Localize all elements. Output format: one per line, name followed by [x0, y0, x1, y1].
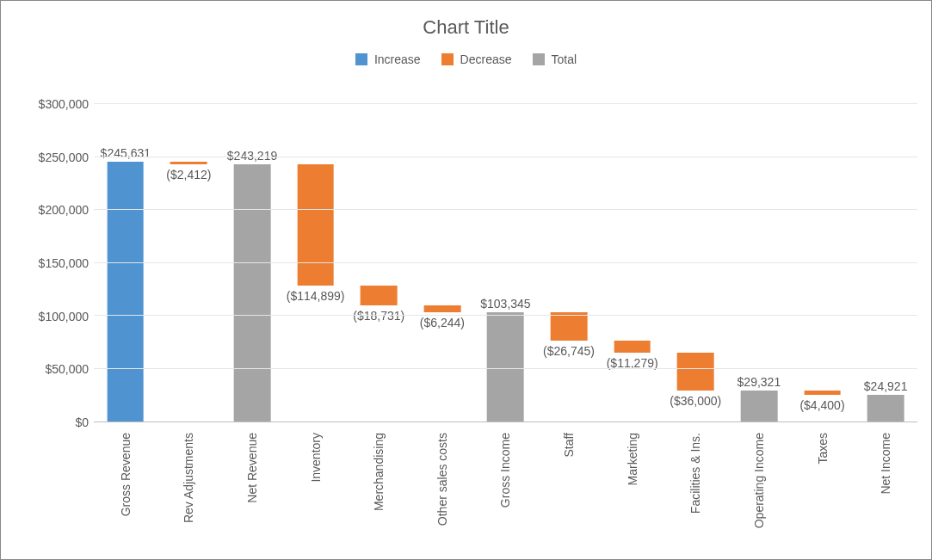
- legend-swatch-decrease: [441, 53, 454, 65]
- bar-total: [487, 312, 524, 422]
- y-tick-label: $250,000: [39, 151, 89, 164]
- y-tick-label: $100,000: [39, 310, 89, 323]
- x-tick-label: Staff: [562, 433, 576, 458]
- bar-slot: ($36,000): [664, 104, 727, 422]
- y-axis: $0$50,000$100,000$150,000$200,000$250,00…: [34, 104, 94, 422]
- x-tick-label: Rev Adjustments: [182, 433, 195, 523]
- legend-label-increase: Increase: [374, 52, 421, 66]
- x-tick-label: Gross Revenue: [119, 433, 133, 516]
- bar-decrease: [677, 353, 714, 391]
- bar-slot: ($114,899): [284, 104, 348, 422]
- x-tick-label: Net Income: [879, 433, 892, 495]
- bar-increase: [107, 162, 144, 422]
- data-label: ($18,731): [353, 309, 404, 323]
- x-tick-label: Gross Income: [498, 433, 512, 508]
- bar-decrease: [551, 312, 588, 341]
- bar-decrease: [170, 162, 207, 164]
- grid-line: [94, 209, 917, 210]
- data-label: ($2,412): [166, 168, 211, 182]
- bar-slot: ($6,244): [410, 104, 474, 422]
- bar-slot: ($4,400): [791, 104, 855, 422]
- x-tick-label: Merchandising: [372, 433, 386, 511]
- data-label: $103,345: [480, 297, 530, 311]
- bar-slot: $103,345: [474, 104, 538, 422]
- bar-decrease: [614, 341, 651, 353]
- bar-decrease: [361, 286, 398, 305]
- chart-title: Chart Title: [1, 1, 931, 39]
- plot: $245,631($2,412)$243,219($114,899)($18,7…: [94, 104, 917, 422]
- bar-decrease: [424, 305, 461, 312]
- data-label: $29,321: [738, 375, 781, 389]
- grid-line: [94, 103, 917, 104]
- legend: Increase Decrease Total: [1, 52, 931, 66]
- grid-line: [94, 262, 917, 263]
- x-tick-label: Marketing: [626, 433, 639, 485]
- bar-slot: $243,219: [220, 104, 284, 422]
- bar-slot: $245,631: [94, 104, 157, 422]
- plot-area: $0$50,000$100,000$150,000$200,000$250,00…: [34, 104, 917, 422]
- y-tick-label: $150,000: [39, 256, 89, 270]
- bar-slot: $24,921: [854, 104, 917, 422]
- legend-swatch-total: [533, 53, 545, 65]
- bar-total: [867, 395, 904, 422]
- bars-container: $245,631($2,412)$243,219($114,899)($18,7…: [94, 104, 917, 422]
- x-tick-label: Other sales costs: [435, 433, 449, 526]
- x-tick-label: Facilities & Ins.: [688, 433, 702, 514]
- y-tick-label: $50,000: [45, 362, 89, 376]
- bar-decrease: [804, 391, 841, 395]
- bar-slot: ($18,731): [347, 104, 410, 422]
- data-label: ($114,899): [287, 289, 345, 303]
- x-tick-label: Operating Income: [752, 433, 766, 528]
- waterfall-chart: Chart Title Increase Decrease Total $0$5…: [0, 0, 932, 560]
- legend-item-decrease: Decrease: [441, 52, 512, 66]
- legend-swatch-increase: [355, 53, 367, 65]
- legend-label-total: Total: [552, 52, 577, 66]
- data-label: ($4,400): [799, 398, 844, 412]
- bar-slot: ($11,279): [601, 104, 664, 422]
- legend-label-decrease: Decrease: [460, 52, 512, 66]
- bar-slot: $29,321: [727, 104, 791, 422]
- data-label: $24,921: [864, 379, 908, 393]
- bar-slot: ($2,412): [157, 104, 221, 422]
- legend-item-increase: Increase: [355, 52, 421, 66]
- data-label: $245,631: [101, 146, 151, 160]
- bar-slot: ($26,745): [537, 104, 601, 422]
- y-tick-label: $0: [75, 415, 89, 429]
- x-tick-label: Net Revenue: [245, 433, 259, 503]
- bar-total: [741, 391, 778, 422]
- legend-item-total: Total: [533, 52, 577, 66]
- x-tick-label: Inventory: [309, 433, 323, 483]
- data-label: ($36,000): [670, 394, 721, 408]
- grid-line: [94, 315, 917, 316]
- y-tick-label: $300,000: [39, 97, 89, 111]
- grid-line: [94, 368, 917, 369]
- data-label: ($26,745): [543, 344, 595, 358]
- x-tick-label: Taxes: [816, 433, 830, 465]
- bar-decrease: [297, 164, 334, 286]
- y-tick-label: $200,000: [39, 203, 89, 217]
- data-label: ($6,244): [420, 316, 465, 329]
- bar-total: [234, 164, 271, 422]
- grid-line: [94, 157, 917, 157]
